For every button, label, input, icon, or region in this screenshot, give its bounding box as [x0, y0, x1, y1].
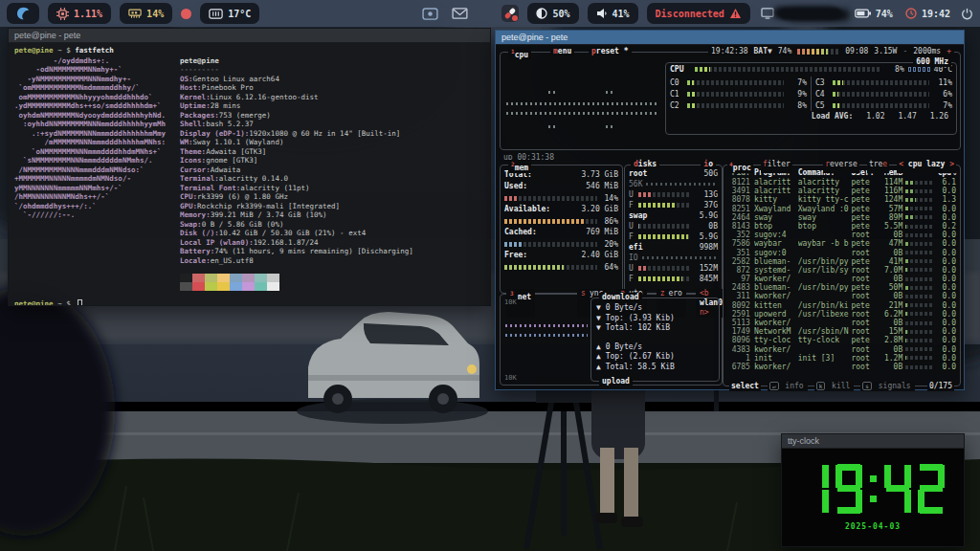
screenshot-tray-icon[interactable] [422, 8, 438, 20]
mail-tray-icon[interactable] [452, 8, 468, 19]
process-cpu: 0.0 [935, 257, 956, 266]
download-stat-line: ▼ Top: (3.93 Kib) [591, 314, 719, 324]
process-cpu: 0.0 [935, 363, 956, 371]
terminal-titlebar[interactable]: pete@pine - pete [9, 29, 490, 43]
process-row[interactable]: 6785 kworker/ root 0B 0.0 [727, 363, 956, 371]
mem-stat-value: 769 MiB [586, 227, 618, 238]
cpu-history-graph [606, 125, 613, 128]
clock-module[interactable]: 19:42 [903, 3, 952, 24]
volume-module[interactable]: 41% [588, 3, 638, 24]
fastfetch-info-line: Locale:en_US.utf8 [180, 256, 413, 266]
process-command: /usr/bin/py [798, 257, 852, 266]
process-row[interactable]: 8251 Xwayland Xwayland :0 pete 57M 0.0 [727, 205, 956, 213]
process-row[interactable]: 1749 NetworkM /usr/sbin/N root 15M 0.0 [727, 327, 956, 336]
cpu-history-graph [506, 112, 659, 115]
proc-reverse-button[interactable]: reverse [823, 160, 859, 173]
process-row[interactable]: 2582 blueman- /usr/bin/py pete 41M 0.0 [727, 257, 956, 266]
process-row[interactable]: 311 kworker/ root 0B 0.0 [727, 292, 956, 300]
ttyclock-content[interactable]: 2025-04-03 [782, 449, 964, 546]
disk-free-value: 37G [693, 201, 718, 209]
process-mem-meter [905, 259, 932, 263]
process-row[interactable]: 8096 tty-cloc tty-clock pete 2.8M 0.0 [727, 336, 956, 344]
fastfetch-info-line: Cursor:Adwaita [180, 165, 413, 175]
process-row[interactable]: 8143 btop btop pete 5.5M 0.2 [727, 222, 956, 231]
color-swatch [180, 282, 192, 291]
process-pid: 8096 [727, 336, 750, 344]
info-label: Uptime: [180, 101, 211, 110]
proc-sort-selector[interactable]: < cpu lazy > [897, 160, 956, 173]
process-command: Xwayland :0 [798, 205, 852, 213]
io-mode-button[interactable]: io [701, 160, 716, 169]
select-hint[interactable]: select [729, 382, 761, 391]
footer-hint[interactable]: k kill [814, 382, 855, 391]
process-user: pete [851, 222, 876, 231]
process-row[interactable]: 3491 alacritt alacritty pete 116M 0.0 [727, 187, 956, 195]
recording-indicator[interactable] [181, 9, 191, 19]
process-row[interactable]: 1 init init [3] root 1.2M 0.0 [727, 354, 956, 363]
disk-used-value: 13G [693, 190, 718, 199]
color-swatch [192, 282, 205, 291]
process-row[interactable]: 872 systemd- /usr/lib/sy root 7.0M 0.0 [727, 266, 956, 275]
mem-rows: Used:546 MiB 14% Available:3.20 GiB 86% … [504, 181, 618, 273]
interval-plus-button[interactable]: + [947, 47, 951, 56]
process-row[interactable]: 2464 sway sway pete 89M 0.0 [727, 213, 956, 222]
ttyclock-titlebar[interactable]: tty-clock [782, 434, 964, 449]
info-value: Rockchip rk3399-mali [Integrated] [197, 202, 340, 210]
process-cpu: 0.0 [935, 249, 956, 257]
process-row[interactable]: 2483 blueman- /usr/bin/py pete 50M 0.0 [727, 283, 956, 292]
disk-name: root [629, 168, 647, 179]
power-icon[interactable] [961, 8, 973, 20]
shell-prompt[interactable]: pete@pine ~ $ [14, 299, 484, 305]
proc-filter-button[interactable]: filter [761, 160, 792, 173]
process-row[interactable]: 97 kworker/ root 0B 0.0 [727, 275, 956, 283]
process-row[interactable]: 8121 alacritt alacritty pete 114M 6.1 [727, 178, 956, 187]
temperature-module[interactable]: 17°C [200, 3, 259, 24]
proc-tree-button[interactable]: tree [867, 160, 889, 173]
cpu-usage-module[interactable]: 1.11% [48, 3, 111, 24]
process-cpu: 0.0 [935, 301, 956, 310]
upload-stat-line: ▲ 0 Byte/s [591, 342, 719, 353]
process-row[interactable]: 351 sugov:0 root 0B 0.0 [727, 249, 956, 257]
process-pid: 1749 [727, 327, 750, 336]
process-row[interactable]: 8078 kitty kitty tty-c pete 124M 1.3 [727, 195, 956, 204]
memory-usage-module[interactable]: 14% [120, 3, 172, 24]
menu-button[interactable]: menu [550, 47, 574, 56]
info-value: bash 5.2.37 [206, 120, 254, 128]
process-row[interactable]: 7586 waybar waybar -b b pete 47M 0.0 [727, 239, 956, 248]
brightness-module[interactable]: 50% [527, 3, 578, 24]
wifi-network-module[interactable] [759, 3, 844, 24]
medication-pill-tray-icon[interactable] [501, 5, 519, 22]
mem-stat-percent: 14% [597, 194, 618, 203]
process-count: 0/175 [927, 382, 954, 391]
disk-used-value: 152M [693, 264, 718, 273]
launcher-button[interactable] [7, 3, 39, 24]
info-value: 0 B / 5.86 GiB (0%) [202, 220, 284, 229]
tab-cpu[interactable]: 1cpu [508, 47, 531, 60]
process-row[interactable]: 4383 kworker/ root 0B 0.0 [727, 345, 956, 354]
footer-hint[interactable]: s signals [860, 382, 914, 391]
process-command: /usr/bin/py [798, 283, 852, 292]
core-percent: 7% [784, 78, 807, 87]
preset-button[interactable]: preset * [589, 47, 632, 56]
footer-hint[interactable]: ↵ info [768, 382, 808, 391]
cpu-history-graph [506, 102, 659, 105]
interval-minus-button[interactable]: - [902, 47, 907, 56]
process-row[interactable]: 352 sugov:4 root 0B 0.0 [727, 231, 956, 239]
fastfetch-host-title: pete@pine [180, 56, 413, 66]
process-memory: 21M [876, 301, 902, 310]
network-status-module[interactable]: Disconnected [647, 3, 750, 24]
terminal-content[interactable]: pete@pine ~ $ fastfetch -/oyddmdhs+:. -o… [9, 43, 490, 305]
disk-io-graph [642, 256, 718, 259]
core-name: C3 [815, 78, 833, 87]
process-row[interactable]: 2591 upowerd /usr/libexe root 6.2M 0.0 [727, 310, 956, 319]
battery-module[interactable]: 74% [853, 3, 895, 24]
process-user: pete [851, 239, 876, 248]
process-memory: 0B [876, 363, 902, 371]
cpu-core-panel: 600 MHz CPU 8% 40°C C0 [665, 62, 957, 135]
tab-mem[interactable]: 2mem [508, 160, 531, 173]
tab-proc[interactable]: 4proc [727, 160, 753, 173]
process-row[interactable]: 5113 kworker/ root 0B 0.0 [727, 319, 956, 327]
process-row[interactable]: 8092 kitten /usr/bin/ki pete 21M 0.0 [727, 301, 956, 310]
fastfetch-info-line: Battery:74% (11 hours, 9 mins remaining)… [180, 247, 413, 256]
btop-titlebar[interactable]: pete@pine - pete [496, 31, 964, 45]
